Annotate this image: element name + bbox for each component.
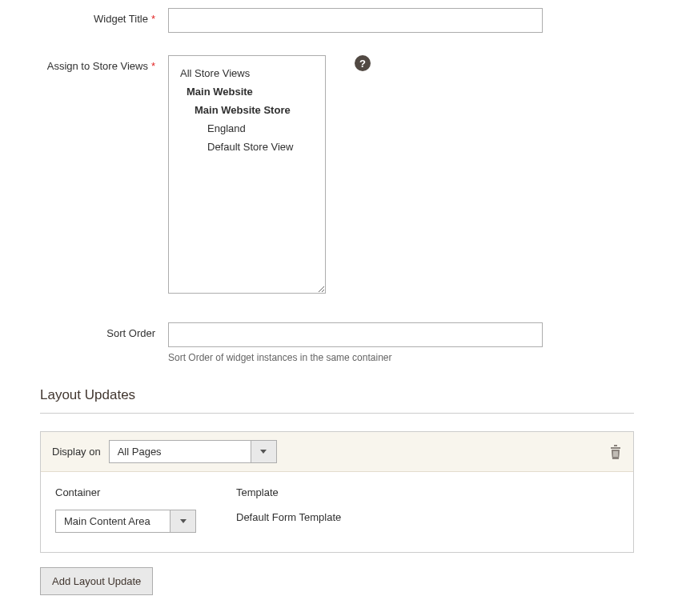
layout-update-block: Display on All Pages xyxy=(40,431,634,553)
svg-rect-2 xyxy=(614,451,615,457)
svg-rect-1 xyxy=(614,445,617,446)
container-label: Container xyxy=(55,486,196,498)
add-layout-update-button[interactable]: Add Layout Update xyxy=(40,567,153,595)
svg-rect-4 xyxy=(617,451,618,457)
sort-order-label: Sort Order xyxy=(40,322,168,339)
sort-order-input[interactable] xyxy=(168,322,543,347)
container-select[interactable]: Main Content Area xyxy=(55,510,196,533)
template-label: Template xyxy=(236,486,341,498)
chevron-down-icon xyxy=(251,441,276,462)
required-mark: * xyxy=(151,60,155,72)
widget-title-input[interactable] xyxy=(168,8,543,33)
required-mark: * xyxy=(151,13,155,25)
store-option-store-group[interactable]: Main Website Store xyxy=(169,101,325,119)
trash-icon[interactable] xyxy=(609,445,622,459)
display-on-value: All Pages xyxy=(110,442,251,462)
layout-updates-title: Layout Updates xyxy=(40,387,634,414)
display-on-label: Display on xyxy=(52,446,101,458)
chevron-down-icon xyxy=(170,510,195,532)
svg-rect-3 xyxy=(616,451,616,457)
svg-rect-0 xyxy=(611,447,620,449)
widget-title-label: Widget Title* xyxy=(40,8,168,25)
store-option-view-default[interactable]: Default Store View xyxy=(169,138,325,156)
sort-order-help: Sort Order of widget instances in the sa… xyxy=(168,352,634,363)
layout-header: Display on All Pages xyxy=(41,432,633,472)
template-value: Default Form Template xyxy=(236,510,341,523)
help-icon[interactable]: ? xyxy=(355,55,371,71)
store-option-all[interactable]: All Store Views xyxy=(169,64,325,82)
store-views-label: Assign to Store Views* xyxy=(40,55,168,72)
store-option-website[interactable]: Main Website xyxy=(169,82,325,101)
container-value: Main Content Area xyxy=(56,511,170,531)
store-option-view-england[interactable]: England xyxy=(169,119,325,138)
store-views-select[interactable]: All Store Views Main Website Main Websit… xyxy=(168,55,326,294)
display-on-select[interactable]: All Pages xyxy=(109,440,277,463)
